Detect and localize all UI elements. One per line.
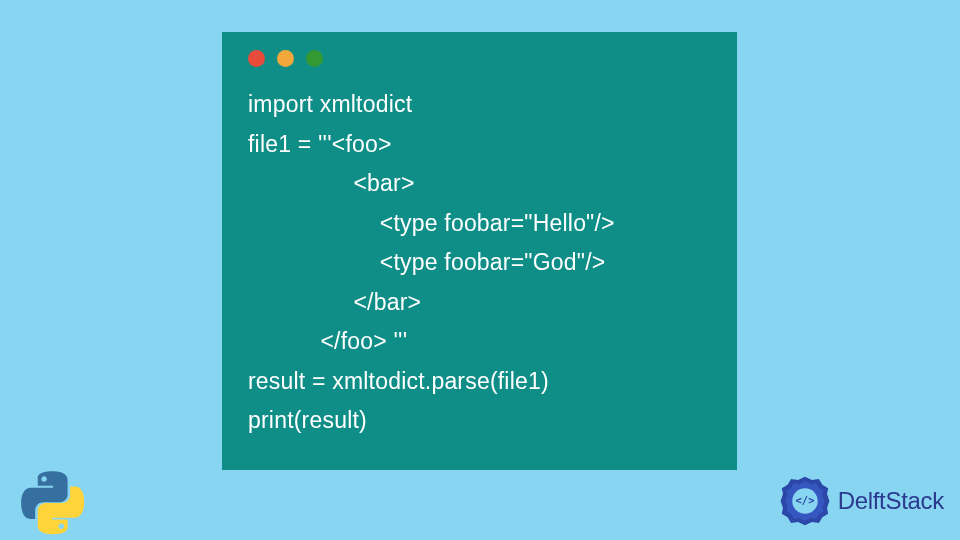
brand-name: DelftStack <box>838 487 944 515</box>
code-content: import xmltodict file1 = '''<foo> <bar> … <box>248 85 717 441</box>
code-line: import xmltodict <box>248 91 412 117</box>
code-line: <type foobar="Hello"/> <box>248 210 615 236</box>
delftstack-logo: </> DelftStack <box>776 472 944 530</box>
minimize-dot-icon <box>277 50 294 67</box>
maximize-dot-icon <box>306 50 323 67</box>
python-logo-icon <box>18 468 88 538</box>
code-line: file1 = '''<foo> <box>248 131 392 157</box>
window-controls <box>248 50 717 67</box>
code-line: print(result) <box>248 407 367 433</box>
code-line: </foo> ''' <box>248 328 407 354</box>
close-dot-icon <box>248 50 265 67</box>
code-window: import xmltodict file1 = '''<foo> <bar> … <box>222 32 737 470</box>
code-line: result = xmltodict.parse(file1) <box>248 368 549 394</box>
svg-text:</>: </> <box>795 494 814 506</box>
code-line: <type foobar="God"/> <box>248 249 605 275</box>
delftstack-badge-icon: </> <box>776 472 834 530</box>
code-line: </bar> <box>248 289 421 315</box>
code-line: <bar> <box>248 170 415 196</box>
